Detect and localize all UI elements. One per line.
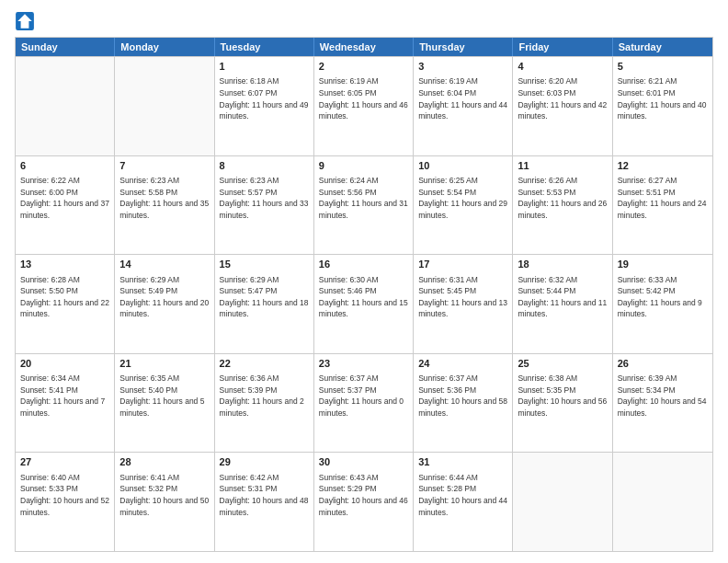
day-info: Sunrise: 6:26 AM Sunset: 5:53 PM Dayligh…	[518, 176, 607, 220]
day-number: 8	[220, 159, 309, 173]
day-info: Sunrise: 6:34 AM Sunset: 5:41 PM Dayligh…	[20, 373, 105, 418]
calendar-header: SundayMondayTuesdayWednesdayThursdayFrid…	[16, 38, 712, 56]
day-number: 9	[319, 159, 408, 173]
day-info: Sunrise: 6:30 AM Sunset: 5:46 PM Dayligh…	[319, 275, 408, 319]
day-number: 18	[518, 258, 607, 271]
day-info: Sunrise: 6:31 AM Sunset: 5:45 PM Dayligh…	[418, 275, 507, 319]
day-number: 15	[220, 258, 309, 271]
day-info: Sunrise: 6:23 AM Sunset: 5:57 PM Dayligh…	[220, 176, 309, 220]
day-info: Sunrise: 6:28 AM Sunset: 5:50 PM Dayligh…	[20, 275, 109, 319]
calendar-week-4: 20Sunrise: 6:34 AM Sunset: 5:41 PM Dayli…	[16, 353, 712, 453]
calendar-cell: 24Sunrise: 6:37 AM Sunset: 5:36 PM Dayli…	[414, 354, 513, 453]
calendar: SundayMondayTuesdayWednesdayThursdayFrid…	[15, 37, 713, 552]
day-number: 14	[119, 258, 209, 271]
day-info: Sunrise: 6:25 AM Sunset: 5:54 PM Dayligh…	[418, 176, 507, 220]
day-number: 20	[20, 357, 109, 371]
day-number: 29	[220, 455, 309, 469]
logo-icon	[15, 11, 35, 31]
day-number: 6	[20, 159, 109, 173]
day-number: 21	[119, 357, 209, 371]
day-number: 13	[20, 258, 109, 271]
day-info: Sunrise: 6:32 AM Sunset: 5:44 PM Dayligh…	[518, 275, 607, 319]
calendar-cell: 29Sunrise: 6:42 AM Sunset: 5:31 PM Dayli…	[215, 453, 314, 551]
calendar-cell: 1Sunrise: 6:18 AM Sunset: 6:07 PM Daylig…	[215, 57, 314, 155]
day-number: 26	[618, 357, 708, 371]
calendar-cell: 2Sunrise: 6:19 AM Sunset: 6:05 PM Daylig…	[314, 57, 414, 155]
day-info: Sunrise: 6:19 AM Sunset: 6:05 PM Dayligh…	[319, 76, 408, 121]
calendar-week-2: 6Sunrise: 6:22 AM Sunset: 6:00 PM Daylig…	[16, 155, 712, 255]
calendar-cell: 15Sunrise: 6:29 AM Sunset: 5:47 PM Dayli…	[215, 255, 314, 353]
logo	[15, 11, 39, 31]
calendar-cell: 8Sunrise: 6:23 AM Sunset: 5:57 PM Daylig…	[215, 156, 314, 255]
calendar-cell	[115, 57, 214, 155]
calendar-cell: 30Sunrise: 6:43 AM Sunset: 5:29 PM Dayli…	[314, 453, 414, 551]
calendar-cell: 3Sunrise: 6:19 AM Sunset: 6:04 PM Daylig…	[414, 57, 513, 155]
calendar-cell: 22Sunrise: 6:36 AM Sunset: 5:39 PM Dayli…	[215, 354, 314, 453]
day-info: Sunrise: 6:44 AM Sunset: 5:28 PM Dayligh…	[418, 473, 507, 517]
day-number: 7	[119, 159, 209, 173]
calendar-cell: 27Sunrise: 6:40 AM Sunset: 5:33 PM Dayli…	[16, 453, 115, 551]
day-number: 22	[220, 357, 309, 371]
calendar-cell: 11Sunrise: 6:26 AM Sunset: 5:53 PM Dayli…	[513, 156, 612, 255]
calendar-cell: 17Sunrise: 6:31 AM Sunset: 5:45 PM Dayli…	[414, 255, 513, 353]
calendar-body: 1Sunrise: 6:18 AM Sunset: 6:07 PM Daylig…	[16, 56, 712, 551]
day-number: 4	[518, 60, 607, 74]
calendar-cell: 13Sunrise: 6:28 AM Sunset: 5:50 PM Dayli…	[16, 255, 115, 353]
day-number: 30	[319, 455, 408, 469]
day-number: 17	[418, 258, 507, 271]
calendar-cell: 5Sunrise: 6:21 AM Sunset: 6:01 PM Daylig…	[613, 57, 712, 155]
day-info: Sunrise: 6:38 AM Sunset: 5:35 PM Dayligh…	[518, 373, 607, 418]
day-info: Sunrise: 6:29 AM Sunset: 5:47 PM Dayligh…	[220, 275, 309, 319]
day-number: 27	[20, 455, 109, 469]
calendar-cell: 20Sunrise: 6:34 AM Sunset: 5:41 PM Dayli…	[16, 354, 115, 453]
calendar-cell	[513, 453, 612, 551]
day-info: Sunrise: 6:23 AM Sunset: 5:58 PM Dayligh…	[119, 176, 209, 220]
day-info: Sunrise: 6:41 AM Sunset: 5:32 PM Dayligh…	[119, 473, 209, 517]
calendar-cell: 26Sunrise: 6:39 AM Sunset: 5:34 PM Dayli…	[613, 354, 712, 453]
calendar-cell: 18Sunrise: 6:32 AM Sunset: 5:44 PM Dayli…	[513, 255, 612, 353]
day-info: Sunrise: 6:43 AM Sunset: 5:29 PM Dayligh…	[319, 473, 408, 517]
weekday-header-saturday: Saturday	[613, 38, 712, 56]
calendar-cell: 14Sunrise: 6:29 AM Sunset: 5:49 PM Dayli…	[115, 255, 214, 353]
day-number: 16	[319, 258, 408, 271]
weekday-header-wednesday: Wednesday	[314, 38, 414, 56]
day-number: 11	[518, 159, 607, 173]
day-info: Sunrise: 6:29 AM Sunset: 5:49 PM Dayligh…	[119, 275, 209, 319]
calendar-cell: 21Sunrise: 6:35 AM Sunset: 5:40 PM Dayli…	[115, 354, 214, 453]
day-number: 24	[418, 357, 507, 371]
weekday-header-monday: Monday	[115, 38, 214, 56]
calendar-cell: 9Sunrise: 6:24 AM Sunset: 5:56 PM Daylig…	[314, 156, 414, 255]
day-info: Sunrise: 6:42 AM Sunset: 5:31 PM Dayligh…	[220, 473, 309, 517]
day-info: Sunrise: 6:22 AM Sunset: 6:00 PM Dayligh…	[20, 176, 109, 220]
calendar-week-5: 27Sunrise: 6:40 AM Sunset: 5:33 PM Dayli…	[16, 452, 712, 551]
day-number: 23	[319, 357, 408, 371]
day-info: Sunrise: 6:35 AM Sunset: 5:40 PM Dayligh…	[119, 373, 204, 418]
calendar-cell: 31Sunrise: 6:44 AM Sunset: 5:28 PM Dayli…	[414, 453, 513, 551]
day-info: Sunrise: 6:37 AM Sunset: 5:37 PM Dayligh…	[319, 373, 404, 418]
day-info: Sunrise: 6:39 AM Sunset: 5:34 PM Dayligh…	[618, 373, 707, 418]
day-info: Sunrise: 6:24 AM Sunset: 5:56 PM Dayligh…	[319, 176, 408, 220]
calendar-cell: 4Sunrise: 6:20 AM Sunset: 6:03 PM Daylig…	[513, 57, 612, 155]
day-info: Sunrise: 6:36 AM Sunset: 5:39 PM Dayligh…	[220, 373, 304, 418]
day-info: Sunrise: 6:40 AM Sunset: 5:33 PM Dayligh…	[20, 473, 109, 517]
calendar-cell: 28Sunrise: 6:41 AM Sunset: 5:32 PM Dayli…	[115, 453, 214, 551]
calendar-cell: 19Sunrise: 6:33 AM Sunset: 5:42 PM Dayli…	[613, 255, 712, 353]
day-number: 3	[418, 60, 507, 74]
weekday-header-friday: Friday	[513, 38, 612, 56]
day-info: Sunrise: 6:27 AM Sunset: 5:51 PM Dayligh…	[618, 176, 707, 220]
day-info: Sunrise: 6:21 AM Sunset: 6:01 PM Dayligh…	[618, 76, 707, 121]
calendar-cell: 12Sunrise: 6:27 AM Sunset: 5:51 PM Dayli…	[613, 156, 712, 255]
calendar-cell: 25Sunrise: 6:38 AM Sunset: 5:35 PM Dayli…	[513, 354, 612, 453]
calendar-cell: 16Sunrise: 6:30 AM Sunset: 5:46 PM Dayli…	[314, 255, 414, 353]
day-number: 10	[418, 159, 507, 173]
calendar-cell	[613, 453, 712, 551]
day-info: Sunrise: 6:37 AM Sunset: 5:36 PM Dayligh…	[418, 373, 507, 418]
calendar-cell: 10Sunrise: 6:25 AM Sunset: 5:54 PM Dayli…	[414, 156, 513, 255]
calendar-week-3: 13Sunrise: 6:28 AM Sunset: 5:50 PM Dayli…	[16, 254, 712, 353]
calendar-week-1: 1Sunrise: 6:18 AM Sunset: 6:07 PM Daylig…	[16, 56, 712, 155]
day-number: 28	[119, 455, 209, 469]
page: SundayMondayTuesdayWednesdayThursdayFrid…	[0, 0, 728, 563]
weekday-header-sunday: Sunday	[16, 38, 115, 56]
day-number: 19	[618, 258, 708, 271]
day-number: 12	[618, 159, 708, 173]
